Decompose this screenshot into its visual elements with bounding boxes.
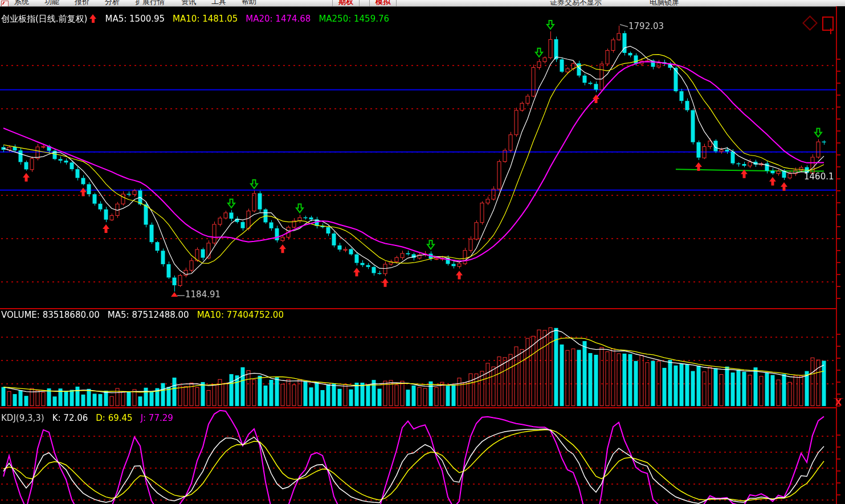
- price-panel-header: 创业板指(日线.前复权)MA5: 1500.95MA10: 1481.05MA2…: [1, 14, 397, 24]
- kdj-j-label: J: 77.29: [141, 413, 173, 423]
- kdj-k-label: K: 72.06: [52, 413, 88, 423]
- close-panel-button[interactable]: X: [834, 398, 843, 408]
- kdj-title: KDJ(9,3,3): [1, 413, 44, 423]
- volume-panel-header: VOLUME: 83518680.00MA5: 87512488.00MA10:…: [1, 310, 292, 320]
- ma10-label: MA10: 1481.05: [173, 14, 238, 24]
- axis-ticks: [837, 435, 840, 504]
- window-tool-icon[interactable]: [822, 17, 834, 31]
- right-axis-strip: [837, 6, 845, 504]
- price-tag-label: 1460.1: [804, 171, 834, 182]
- kdj-panel-header: KDJ(9,3,3)K: 72.06D: 69.45J: 77.29: [1, 413, 181, 423]
- ma250-label: MA250: 1459.76: [319, 14, 389, 24]
- volume-value-label: VOLUME: 83518680.00: [1, 310, 100, 320]
- ma20-label: MA20: 1474.68: [246, 14, 311, 24]
- chart-right-border: [836, 6, 837, 504]
- kdj-d-label: D: 69.45: [96, 413, 132, 423]
- trading-terminal-window: 系统 功能 报价 分析 扩展行情 资讯 工具 帮助 期权 模拟 证券交易不显示 …: [0, 0, 845, 504]
- price-chart-canvas[interactable]: [0, 6, 845, 308]
- ma5-label: MA5: 1500.95: [105, 14, 165, 24]
- symbol-title: 创业板指(日线.前复权): [1, 14, 87, 24]
- volume-chart-canvas[interactable]: [0, 309, 845, 407]
- volume-ma10-label: MA10: 77404752.00: [197, 310, 284, 320]
- volume-ma5-label: MA5: 87512488.00: [108, 310, 189, 320]
- trend-up-arrow-icon: [89, 14, 97, 23]
- high-price-label: 1792.03: [628, 21, 664, 31]
- low-price-label: 1184.91: [185, 289, 221, 300]
- axis-ticks: [837, 59, 840, 309]
- axis-ticks: [837, 334, 840, 408]
